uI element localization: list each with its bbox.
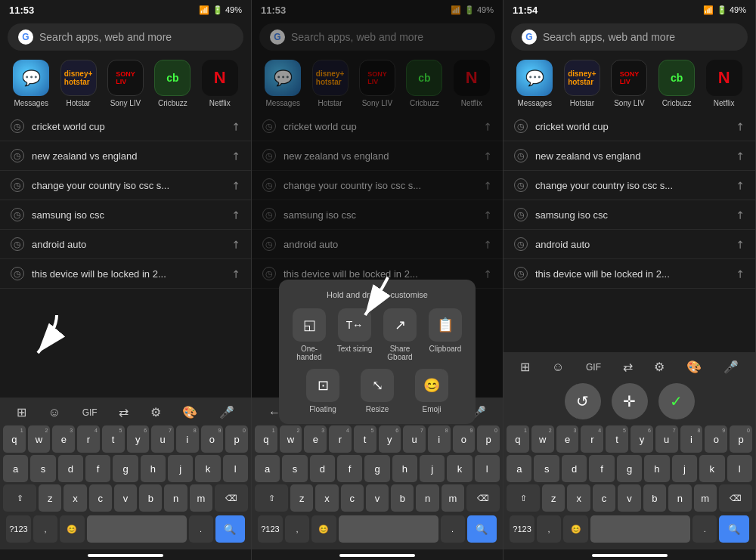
key-delete-2[interactable]: ⌫	[466, 484, 500, 512]
key-o-3[interactable]: o9	[705, 425, 727, 453]
app-sonyliv-1[interactable]: SONYLIV Sony LIV	[107, 60, 144, 107]
key-c[interactable]: c	[89, 484, 112, 512]
suggestion-android-1[interactable]: android auto ↗	[0, 230, 251, 259]
key-b-3[interactable]: b	[643, 484, 666, 512]
suggestion-cricket-3[interactable]: cricket world cup ↗	[503, 112, 755, 141]
toolbar-gif-3[interactable]: GIF	[583, 360, 604, 374]
key-emoji-btn[interactable]: 😊	[60, 515, 85, 543]
key-symbols[interactable]: ?123	[6, 515, 31, 543]
action-move[interactable]: ✛	[612, 383, 648, 419]
key-search-3[interactable]: 🔍	[719, 515, 749, 543]
key-s[interactable]: s	[30, 455, 55, 482]
key-w-2[interactable]: w2	[280, 425, 302, 453]
key-j[interactable]: j	[168, 455, 193, 482]
key-l-2[interactable]: l	[475, 455, 500, 482]
key-search-2[interactable]: 🔍	[467, 515, 497, 543]
key-period[interactable]: .	[189, 515, 213, 543]
app-hotstar-3[interactable]: disney+hotstar Hotstar	[564, 60, 600, 107]
suggestion-nz-3[interactable]: new zealand vs england ↗	[503, 141, 755, 171]
suggestion-nz-1[interactable]: new zealand vs england ↗	[0, 141, 251, 171]
key-a-2[interactable]: a	[255, 455, 280, 482]
context-clipboard[interactable]: 📋 Clipboard	[426, 308, 465, 361]
app-cricbuzz-1[interactable]: cb Cricbuzz	[154, 60, 191, 107]
app-hotstar-1[interactable]: disney+hotstar Hotstar	[60, 60, 97, 107]
key-n-3[interactable]: n	[668, 484, 691, 512]
key-u[interactable]: u7	[151, 425, 174, 453]
toolbar-settings-1[interactable]: ⚙	[147, 404, 164, 421]
context-share-gboard[interactable]: ↗ Share Gboard	[380, 308, 420, 361]
key-g-3[interactable]: g	[617, 455, 642, 482]
key-a[interactable]: a	[3, 455, 28, 482]
key-u-2[interactable]: u7	[403, 425, 426, 453]
key-g[interactable]: g	[113, 455, 138, 482]
key-f[interactable]: f	[85, 455, 110, 482]
key-z-3[interactable]: z	[542, 484, 565, 512]
key-z[interactable]: z	[39, 484, 61, 512]
key-u-3[interactable]: u7	[655, 425, 678, 453]
key-k[interactable]: k	[195, 455, 220, 482]
key-i[interactable]: i8	[176, 425, 199, 453]
key-c-2[interactable]: c	[341, 484, 364, 512]
action-confirm[interactable]: ✓	[658, 383, 695, 419]
key-r-2[interactable]: r4	[329, 425, 352, 453]
key-shift[interactable]: ⇧	[3, 484, 36, 512]
context-emoji[interactable]: 😊 Emoji	[407, 369, 456, 413]
app-messages-1[interactable]: 💬 Messages	[13, 60, 49, 107]
key-c-3[interactable]: c	[593, 484, 615, 512]
key-y[interactable]: y6	[127, 425, 150, 453]
suggestion-android-3[interactable]: android auto ↗	[503, 230, 755, 259]
key-r-3[interactable]: r4	[581, 425, 603, 453]
key-n-2[interactable]: n	[416, 484, 438, 512]
key-v-2[interactable]: v	[366, 484, 389, 512]
key-d-2[interactable]: d	[310, 455, 335, 482]
key-search[interactable]: 🔍	[215, 515, 246, 543]
key-m[interactable]: m	[190, 484, 212, 512]
key-j-3[interactable]: j	[672, 455, 697, 482]
suggestion-samsung-1[interactable]: samsung iso csc ↗	[0, 200, 251, 230]
key-l[interactable]: l	[223, 455, 248, 482]
toolbar-theme-3[interactable]: 🎨	[683, 358, 705, 376]
key-e-2[interactable]: e3	[304, 425, 327, 453]
key-w-3[interactable]: w2	[531, 425, 554, 453]
key-e[interactable]: e3	[52, 425, 75, 453]
search-bar-1[interactable]: G Search apps, web and more	[8, 23, 243, 51]
toolbar-emoji-3[interactable]: ☺	[549, 359, 567, 376]
key-q[interactable]: q1	[3, 425, 26, 453]
key-shift-2[interactable]: ⇧	[255, 484, 288, 512]
key-r[interactable]: r4	[77, 425, 100, 453]
key-h-2[interactable]: h	[392, 455, 417, 482]
key-delete[interactable]: ⌫	[215, 484, 248, 512]
app-netflix-1[interactable]: N Netflix	[202, 60, 238, 107]
key-comma[interactable]: ,	[33, 515, 57, 543]
key-m-2[interactable]: m	[442, 484, 464, 512]
toolbar-mic-1[interactable]: 🎤	[216, 404, 237, 421]
key-f-2[interactable]: f	[337, 455, 362, 482]
key-s-3[interactable]: s	[534, 455, 559, 482]
suggestion-samsung-3[interactable]: samsung iso csc ↗	[503, 200, 755, 230]
key-k-3[interactable]: k	[699, 455, 724, 482]
app-netflix-3[interactable]: N Netflix	[706, 60, 742, 107]
key-i-2[interactable]: i8	[428, 425, 451, 453]
key-space-2[interactable]	[339, 515, 438, 543]
suggestion-csc-3[interactable]: change your country iso csc s... ↗	[503, 171, 755, 200]
key-g-2[interactable]: g	[364, 455, 389, 482]
context-resize[interactable]: ⤡ Resize	[353, 369, 401, 413]
key-b[interactable]: b	[139, 484, 162, 512]
key-x-3[interactable]: x	[567, 484, 590, 512]
search-bar-3[interactable]: G Search apps, web and more	[511, 23, 748, 51]
key-b-2[interactable]: b	[391, 484, 414, 512]
key-comma-3[interactable]: ,	[537, 515, 561, 543]
key-delete-3[interactable]: ⌫	[719, 484, 752, 512]
key-h[interactable]: h	[141, 455, 166, 482]
key-emoji-btn-2[interactable]: 😊	[311, 515, 336, 543]
key-j-2[interactable]: j	[420, 455, 445, 482]
key-v-3[interactable]: v	[618, 484, 640, 512]
key-p[interactable]: p0	[225, 425, 248, 453]
context-floating[interactable]: ⊡ Floating	[299, 369, 347, 413]
key-q-2[interactable]: q1	[255, 425, 277, 453]
suggestion-lock-3[interactable]: this device will be locked in 2... ↗	[503, 259, 755, 289]
app-cricbuzz-3[interactable]: cb Cricbuzz	[658, 60, 695, 107]
key-t-2[interactable]: t5	[354, 425, 376, 453]
suggestion-lock-1[interactable]: this device will be locked in 2... ↗	[0, 259, 251, 289]
key-comma-2[interactable]: ,	[285, 515, 309, 543]
